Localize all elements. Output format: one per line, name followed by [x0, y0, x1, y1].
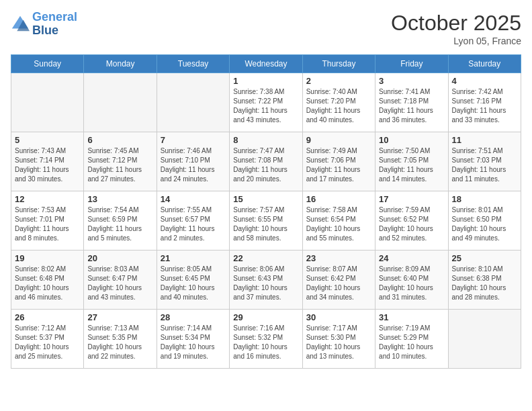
logo-text: General Blue — [32, 11, 77, 38]
day-number: 11 — [452, 135, 517, 145]
month-title: October 2025 — [391, 11, 521, 36]
day-header-sunday: Sunday — [11, 55, 84, 73]
calendar-cell: 3Sunrise: 7:41 AM Sunset: 7:18 PM Daylig… — [375, 73, 448, 132]
calendar-cell: 15Sunrise: 7:57 AM Sunset: 6:55 PM Dayli… — [230, 191, 302, 250]
day-number: 5 — [15, 135, 80, 145]
day-info: Sunrise: 8:10 AM Sunset: 6:38 PM Dayligh… — [452, 265, 517, 302]
day-info: Sunrise: 7:47 AM Sunset: 7:08 PM Dayligh… — [233, 146, 298, 184]
day-number: 7 — [161, 135, 226, 145]
day-number: 21 — [161, 253, 226, 263]
day-number: 20 — [87, 253, 152, 263]
day-info: Sunrise: 7:49 AM Sunset: 7:06 PM Dayligh… — [306, 146, 371, 184]
calendar-cell — [84, 73, 157, 132]
calendar-cell: 8Sunrise: 7:47 AM Sunset: 7:08 PM Daylig… — [230, 132, 302, 191]
day-number: 26 — [15, 312, 80, 322]
day-info: Sunrise: 7:40 AM Sunset: 7:20 PM Dayligh… — [306, 87, 371, 125]
calendar-cell: 12Sunrise: 7:53 AM Sunset: 7:01 PM Dayli… — [11, 191, 84, 250]
day-info: Sunrise: 7:43 AM Sunset: 7:14 PM Dayligh… — [15, 146, 80, 184]
calendar-cell: 23Sunrise: 8:07 AM Sunset: 6:42 PM Dayli… — [302, 250, 375, 310]
calendar-cell: 29Sunrise: 7:16 AM Sunset: 5:32 PM Dayli… — [230, 310, 302, 369]
day-number: 3 — [379, 76, 444, 86]
day-header-thursday: Thursday — [302, 55, 375, 73]
calendar-cell: 27Sunrise: 7:13 AM Sunset: 5:35 PM Dayli… — [84, 310, 157, 369]
calendar-cell: 7Sunrise: 7:46 AM Sunset: 7:10 PM Daylig… — [157, 132, 229, 191]
location-subtitle: Lyon 05, France — [391, 36, 521, 46]
calendar-cell: 17Sunrise: 7:59 AM Sunset: 6:52 PM Dayli… — [375, 191, 448, 250]
day-info: Sunrise: 8:05 AM Sunset: 6:45 PM Dayligh… — [161, 265, 226, 302]
calendar-cell — [448, 310, 521, 369]
calendar-table: SundayMondayTuesdayWednesdayThursdayFrid… — [11, 54, 521, 369]
calendar-cell: 20Sunrise: 8:03 AM Sunset: 6:47 PM Dayli… — [84, 250, 157, 310]
day-info: Sunrise: 7:41 AM Sunset: 7:18 PM Dayligh… — [379, 87, 444, 125]
calendar-cell: 24Sunrise: 8:09 AM Sunset: 6:40 PM Dayli… — [375, 250, 448, 310]
calendar-cell: 16Sunrise: 7:58 AM Sunset: 6:54 PM Dayli… — [302, 191, 375, 250]
calendar-week-row: 1Sunrise: 7:38 AM Sunset: 7:22 PM Daylig… — [11, 73, 521, 132]
calendar-cell: 1Sunrise: 7:38 AM Sunset: 7:22 PM Daylig… — [230, 73, 302, 132]
day-number: 17 — [379, 194, 444, 204]
calendar-cell: 10Sunrise: 7:50 AM Sunset: 7:05 PM Dayli… — [375, 132, 448, 191]
day-number: 8 — [233, 135, 298, 145]
day-info: Sunrise: 8:09 AM Sunset: 6:40 PM Dayligh… — [379, 265, 444, 302]
day-info: Sunrise: 7:45 AM Sunset: 7:12 PM Dayligh… — [87, 146, 152, 184]
calendar-cell: 31Sunrise: 7:19 AM Sunset: 5:29 PM Dayli… — [375, 310, 448, 369]
calendar-cell: 14Sunrise: 7:55 AM Sunset: 6:57 PM Dayli… — [157, 191, 229, 250]
calendar-cell: 30Sunrise: 7:17 AM Sunset: 5:30 PM Dayli… — [302, 310, 375, 369]
calendar-header-row: SundayMondayTuesdayWednesdayThursdayFrid… — [11, 55, 521, 73]
day-info: Sunrise: 7:38 AM Sunset: 7:22 PM Dayligh… — [233, 87, 298, 125]
day-info: Sunrise: 7:58 AM Sunset: 6:54 PM Dayligh… — [306, 205, 371, 243]
calendar-cell — [11, 73, 84, 132]
day-number: 27 — [87, 312, 152, 322]
day-number: 29 — [233, 312, 298, 322]
day-header-saturday: Saturday — [448, 55, 521, 73]
day-info: Sunrise: 7:53 AM Sunset: 7:01 PM Dayligh… — [15, 205, 80, 243]
day-number: 22 — [233, 253, 298, 263]
calendar-week-row: 12Sunrise: 7:53 AM Sunset: 7:01 PM Dayli… — [11, 191, 521, 250]
day-number: 24 — [379, 253, 444, 263]
calendar-week-row: 19Sunrise: 8:02 AM Sunset: 6:48 PM Dayli… — [11, 250, 521, 310]
day-number: 23 — [306, 253, 371, 263]
day-number: 16 — [306, 194, 371, 204]
day-number: 10 — [379, 135, 444, 145]
day-info: Sunrise: 7:57 AM Sunset: 6:55 PM Dayligh… — [233, 205, 298, 243]
day-info: Sunrise: 7:17 AM Sunset: 5:30 PM Dayligh… — [306, 324, 371, 361]
day-info: Sunrise: 8:07 AM Sunset: 6:42 PM Dayligh… — [306, 265, 371, 302]
calendar-cell: 11Sunrise: 7:51 AM Sunset: 7:03 PM Dayli… — [448, 132, 521, 191]
day-number: 18 — [452, 194, 517, 204]
logo-icon — [11, 15, 30, 34]
day-info: Sunrise: 7:19 AM Sunset: 5:29 PM Dayligh… — [379, 324, 444, 361]
day-number: 19 — [15, 253, 80, 263]
calendar-cell: 26Sunrise: 7:12 AM Sunset: 5:37 PM Dayli… — [11, 310, 84, 369]
day-number: 13 — [87, 194, 152, 204]
day-info: Sunrise: 7:59 AM Sunset: 6:52 PM Dayligh… — [379, 205, 444, 243]
calendar-cell: 22Sunrise: 8:06 AM Sunset: 6:43 PM Dayli… — [230, 250, 302, 310]
calendar-cell: 19Sunrise: 8:02 AM Sunset: 6:48 PM Dayli… — [11, 250, 84, 310]
day-number: 15 — [233, 194, 298, 204]
day-header-wednesday: Wednesday — [230, 55, 302, 73]
calendar-cell: 18Sunrise: 8:01 AM Sunset: 6:50 PM Dayli… — [448, 191, 521, 250]
calendar-cell: 21Sunrise: 8:05 AM Sunset: 6:45 PM Dayli… — [157, 250, 229, 310]
calendar-week-row: 26Sunrise: 7:12 AM Sunset: 5:37 PM Dayli… — [11, 310, 521, 369]
calendar-cell: 9Sunrise: 7:49 AM Sunset: 7:06 PM Daylig… — [302, 132, 375, 191]
day-info: Sunrise: 7:16 AM Sunset: 5:32 PM Dayligh… — [233, 324, 298, 361]
day-info: Sunrise: 8:06 AM Sunset: 6:43 PM Dayligh… — [233, 265, 298, 302]
day-info: Sunrise: 7:12 AM Sunset: 5:37 PM Dayligh… — [15, 324, 80, 361]
day-info: Sunrise: 7:14 AM Sunset: 5:34 PM Dayligh… — [161, 324, 226, 361]
calendar-week-row: 5Sunrise: 7:43 AM Sunset: 7:14 PM Daylig… — [11, 132, 521, 191]
day-info: Sunrise: 7:55 AM Sunset: 6:57 PM Dayligh… — [161, 205, 226, 243]
day-number: 4 — [452, 76, 517, 86]
day-number: 9 — [306, 135, 371, 145]
calendar-cell: 6Sunrise: 7:45 AM Sunset: 7:12 PM Daylig… — [84, 132, 157, 191]
day-header-monday: Monday — [84, 55, 157, 73]
calendar-cell: 25Sunrise: 8:10 AM Sunset: 6:38 PM Dayli… — [448, 250, 521, 310]
day-number: 25 — [452, 253, 517, 263]
day-number: 30 — [306, 312, 371, 322]
calendar-cell: 5Sunrise: 7:43 AM Sunset: 7:14 PM Daylig… — [11, 132, 84, 191]
day-header-friday: Friday — [375, 55, 448, 73]
day-number: 6 — [87, 135, 152, 145]
day-info: Sunrise: 7:13 AM Sunset: 5:35 PM Dayligh… — [87, 324, 152, 361]
calendar-cell: 2Sunrise: 7:40 AM Sunset: 7:20 PM Daylig… — [302, 73, 375, 132]
day-info: Sunrise: 7:42 AM Sunset: 7:16 PM Dayligh… — [452, 87, 517, 125]
calendar-cell: 28Sunrise: 7:14 AM Sunset: 5:34 PM Dayli… — [157, 310, 229, 369]
logo: General Blue — [11, 11, 77, 38]
calendar-cell: 13Sunrise: 7:54 AM Sunset: 6:59 PM Dayli… — [84, 191, 157, 250]
